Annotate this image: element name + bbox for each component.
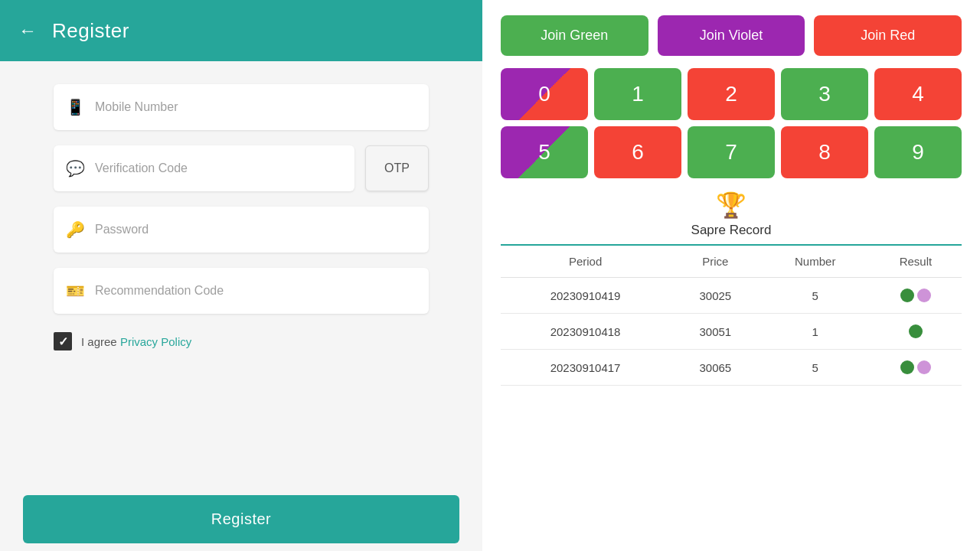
cell-result bbox=[870, 278, 962, 314]
green-dot bbox=[900, 289, 914, 302]
cell-period: 20230910417 bbox=[501, 350, 670, 386]
number-cell-1[interactable]: 1 bbox=[594, 68, 681, 120]
password-placeholder: Password bbox=[95, 223, 149, 236]
privacy-policy-link[interactable]: Privacy Policy bbox=[120, 335, 191, 348]
verification-icon: 💬 bbox=[66, 159, 84, 178]
col-result: Result bbox=[870, 246, 962, 278]
cell-period: 20230910418 bbox=[501, 314, 670, 350]
cell-price: 30051 bbox=[670, 314, 760, 350]
number-cell-8[interactable]: 8 bbox=[781, 126, 868, 178]
right-panel: Join Green Join Violet Join Red 0 1 2 3 … bbox=[482, 0, 980, 551]
agree-checkbox[interactable] bbox=[54, 332, 72, 350]
number-cell-5[interactable]: 5 bbox=[501, 126, 588, 178]
number-cell-9[interactable]: 9 bbox=[874, 126, 962, 178]
recommendation-placeholder: Recommendation Code bbox=[95, 284, 224, 298]
number-cell-7[interactable]: 7 bbox=[688, 126, 775, 178]
agreement-text: I agree Privacy Policy bbox=[81, 335, 191, 348]
cell-number: 5 bbox=[761, 278, 870, 314]
trophy-icon: 🏆 bbox=[716, 191, 746, 220]
verification-row: 💬 Verification Code OTP bbox=[54, 145, 429, 191]
green-dot bbox=[900, 360, 914, 374]
join-buttons-row: Join Green Join Violet Join Red bbox=[501, 15, 962, 56]
number-cell-4[interactable]: 4 bbox=[874, 68, 962, 120]
header-title: Register bbox=[52, 19, 129, 43]
verification-input-box[interactable]: 💬 Verification Code bbox=[54, 145, 354, 191]
verification-placeholder: Verification Code bbox=[95, 161, 188, 175]
join-red-button[interactable]: Join Red bbox=[814, 15, 962, 56]
mobile-placeholder: Mobile Number bbox=[95, 100, 178, 114]
password-icon: 🔑 bbox=[66, 220, 84, 239]
number-cell-2[interactable]: 2 bbox=[688, 68, 775, 120]
otp-button[interactable]: OTP bbox=[365, 145, 429, 191]
cell-price: 30065 bbox=[670, 350, 760, 386]
number-grid: 0 1 2 3 4 5 6 7 8 9 bbox=[501, 68, 962, 178]
join-green-button[interactable]: Join Green bbox=[501, 15, 648, 56]
violet-dot bbox=[917, 360, 931, 374]
record-title: Sapre Record bbox=[691, 223, 772, 238]
join-violet-button[interactable]: Join Violet bbox=[658, 15, 805, 56]
register-header: ← Register bbox=[0, 0, 482, 61]
number-row-2: 5 6 7 8 9 bbox=[501, 126, 962, 178]
cell-number: 1 bbox=[761, 314, 870, 350]
green-dot bbox=[909, 324, 923, 338]
violet-dot bbox=[917, 289, 931, 302]
agreement-row: I agree Privacy Policy bbox=[54, 332, 429, 350]
left-panel: ← Register 📱 Mobile Number 💬 Verificatio… bbox=[0, 0, 482, 551]
table-row: 20230910417300655 bbox=[501, 350, 962, 386]
cell-result bbox=[870, 314, 962, 350]
number-cell-6[interactable]: 6 bbox=[594, 126, 681, 178]
password-input-box[interactable]: 🔑 Password bbox=[54, 207, 429, 253]
register-button[interactable]: Register bbox=[23, 495, 459, 543]
cell-number: 5 bbox=[761, 350, 870, 386]
number-cell-3[interactable]: 3 bbox=[781, 68, 868, 120]
register-form: 📱 Mobile Number 💬 Verification Code OTP … bbox=[0, 61, 482, 487]
table-row: 20230910418300511 bbox=[501, 314, 962, 350]
cell-period: 20230910419 bbox=[501, 278, 670, 314]
back-button[interactable]: ← bbox=[18, 20, 37, 41]
record-section: 🏆 Sapre Record Period Price Number Resul… bbox=[501, 191, 962, 386]
table-row: 20230910419300255 bbox=[501, 278, 962, 314]
mobile-input-box[interactable]: 📱 Mobile Number bbox=[54, 84, 429, 130]
col-number: Number bbox=[761, 246, 870, 278]
cell-price: 30025 bbox=[670, 278, 760, 314]
number-cell-0[interactable]: 0 bbox=[501, 68, 588, 120]
recommendation-input-box[interactable]: 🎫 Recommendation Code bbox=[54, 268, 429, 314]
record-table: Period Price Number Result 2023091041930… bbox=[501, 246, 962, 386]
recommendation-icon: 🎫 bbox=[66, 282, 84, 300]
col-period: Period bbox=[501, 246, 670, 278]
col-price: Price bbox=[670, 246, 760, 278]
mobile-icon: 📱 bbox=[66, 98, 84, 116]
cell-result bbox=[870, 350, 962, 386]
number-row-1: 0 1 2 3 4 bbox=[501, 68, 962, 120]
